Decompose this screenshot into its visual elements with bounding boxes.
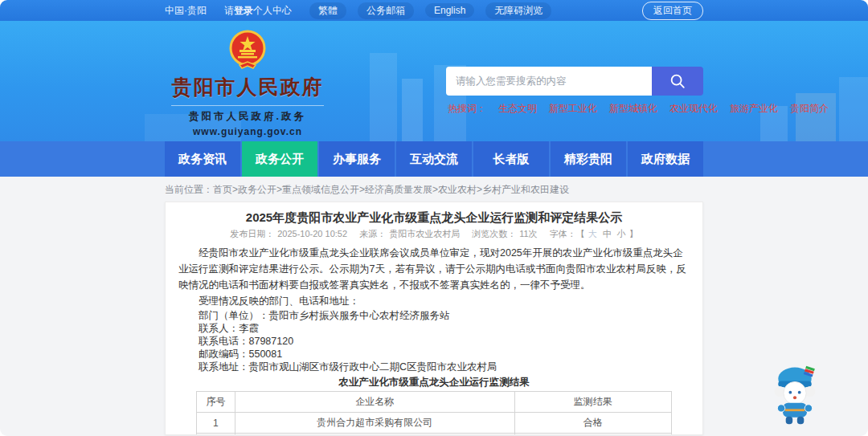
article-paragraph: 受理情况反映的部门、电话和地址： xyxy=(178,293,690,309)
nav-item-jcgy[interactable]: 精彩贵阳 xyxy=(551,141,626,177)
col-header-result: 监测结果 xyxy=(514,392,671,413)
english-link[interactable]: English xyxy=(425,3,474,18)
company-name: 贵州合力超市采购有限公司 xyxy=(235,413,514,434)
font-size-large-button[interactable]: 大 xyxy=(588,229,597,238)
site-title: 贵阳市人民政府 xyxy=(171,74,324,100)
hot-word[interactable]: 旅游产业化 xyxy=(730,102,778,116)
publish-date: 2025-10-20 10:52 xyxy=(277,229,347,238)
cityscape-decoration xyxy=(796,93,836,141)
top-utility-bar: 中国·贵阳 请登录个人中心 繁體 公务邮箱 English 无障碍浏览 返回首页 xyxy=(0,0,868,21)
font-size-medium-button[interactable]: 中 xyxy=(603,229,612,238)
table-header-row: 序号 企业名称 监测结果 xyxy=(197,392,671,413)
region-link[interactable]: 中国·贵阳 xyxy=(165,4,207,18)
source-label: 来源： xyxy=(359,229,386,238)
site-logo[interactable]: 贵阳市人民政府 贵阳市人民政府.政务 www.guiyang.gov.cn xyxy=(171,29,324,137)
source: 贵阳市农业农村局 xyxy=(389,229,460,238)
back-home-button[interactable]: 返回首页 xyxy=(642,2,703,20)
table-row: 2 贵州友禾种业有限公司 合格 xyxy=(197,434,671,436)
contact-person: 联系人：李霞 xyxy=(178,322,690,335)
monitor-result: 合格 xyxy=(514,413,671,434)
breadcrumb-label: 当前位置： xyxy=(165,184,213,195)
col-header-company: 企业名称 xyxy=(235,392,514,413)
breadcrumb: 当前位置：首页>政务公开>重点领域信息公开>经济高质量发展>农业农村>乡村产业和… xyxy=(165,177,703,202)
traditional-chinese-link[interactable]: 繁體 xyxy=(309,2,346,19)
contact-phone: 联系电话：87987120 xyxy=(178,335,690,348)
site-subtitle: 贵阳市人民政府.政务 xyxy=(171,105,324,124)
publish-date-label: 发布日期： xyxy=(230,229,274,238)
contact-department: 部门（单位）：贵阳市乡村振兴服务中心农村经济服务站 xyxy=(178,309,690,322)
official-mail-link[interactable]: 公务邮箱 xyxy=(358,2,414,19)
site-url: www.guiyang.gov.cn xyxy=(171,126,324,137)
hot-word[interactable]: 农业现代化 xyxy=(669,102,718,116)
font-size-small-button[interactable]: 小 xyxy=(617,229,626,238)
article-body: 经贵阳市农业产业化市级重点龙头企业联席会议成员单位审定，现对2025年开展的农业… xyxy=(178,245,690,435)
views-count: 11次 xyxy=(519,229,537,238)
article-meta: 发布日期：2025-10-20 10:52 来源：贵阳市农业农村局 浏览次数：1… xyxy=(178,228,690,240)
hot-search-row: 热搜词： 生态文明 新型工业化 新型城镇化 农业现代化 旅游产业化 贵阳简介 xyxy=(448,102,829,116)
breadcrumb-path[interactable]: 首页>政务公开>重点领域信息公开>经济高质量发展>农业农村>乡村产业和农田建设 xyxy=(213,184,569,195)
nav-item-zzb[interactable]: 长者版 xyxy=(473,141,549,177)
table-row: 1 贵州合力超市采购有限公司 合格 xyxy=(197,413,671,434)
contact-address: 联系地址：贵阳市观山湖区市级行政中心二期C区贵阳市农业农村局 xyxy=(178,361,690,373)
monitor-result: 合格 xyxy=(514,434,671,436)
search-bar xyxy=(446,67,703,96)
row-index: 2 xyxy=(197,434,235,436)
nav-item-bsfw[interactable]: 办事服务 xyxy=(319,141,395,177)
nav-item-hdjl[interactable]: 互动交流 xyxy=(396,141,472,177)
cityscape-decoration xyxy=(839,77,868,141)
hot-word[interactable]: 贵阳简介 xyxy=(790,102,829,116)
login-link[interactable]: 请登录个人中心 xyxy=(224,4,292,18)
browser-page: 中国·贵阳 请登录个人中心 繁體 公务邮箱 English 无障碍浏览 返回首页 xyxy=(0,0,868,436)
article-title: 2025年度贵阳市农业产业化市级重点龙头企业运行监测和评定结果公示 xyxy=(178,209,690,226)
views-label: 浏览次数： xyxy=(472,229,516,238)
col-header-index: 序号 xyxy=(197,392,235,413)
hot-word[interactable]: 新型城镇化 xyxy=(609,102,657,116)
font-size-label: 字体：【 xyxy=(550,229,585,238)
hot-word[interactable]: 生态文明 xyxy=(498,102,537,116)
font-size-bracket: 】 xyxy=(629,229,638,238)
ethnic-mascot-icon[interactable] xyxy=(768,362,821,430)
hot-search-label: 热搜词： xyxy=(448,102,486,116)
hot-word[interactable]: 新型工业化 xyxy=(549,102,597,116)
main-nav: 政务资讯 政务公开 办事服务 互动交流 长者版 精彩贵阳 政府数据 xyxy=(0,141,868,177)
search-input[interactable] xyxy=(446,67,652,96)
monitor-result-table: 序号 企业名称 监测结果 1 贵州合力超市采购有限公司 合格 2 xyxy=(196,391,671,435)
article-paragraph: 经贵阳市农业产业化市级重点龙头企业联席会议成员单位审定，现对2025年开展的农业… xyxy=(178,245,690,293)
national-emblem-icon xyxy=(227,29,268,71)
contact-postcode: 邮政编码：550081 xyxy=(178,348,690,361)
accessibility-link[interactable]: 无障碍浏览 xyxy=(485,2,551,19)
table-caption: 农业产业化市级重点龙头企业运行监测结果 xyxy=(178,376,690,389)
nav-item-zfsj[interactable]: 政府数据 xyxy=(628,141,703,177)
article-card: 2025年度贵阳市农业产业化市级重点龙头企业运行监测和评定结果公示 发布日期：2… xyxy=(165,202,703,435)
site-banner: 贵阳市人民政府 贵阳市人民政府.政务 www.guiyang.gov.cn 热搜… xyxy=(0,21,868,141)
search-icon xyxy=(669,72,686,90)
nav-item-zwzx[interactable]: 政务资讯 xyxy=(165,141,240,177)
company-name: 贵州友禾种业有限公司 xyxy=(235,434,514,436)
search-button[interactable] xyxy=(652,67,703,96)
nav-item-zwgk[interactable]: 政务公开 xyxy=(242,141,317,177)
row-index: 1 xyxy=(197,413,235,434)
